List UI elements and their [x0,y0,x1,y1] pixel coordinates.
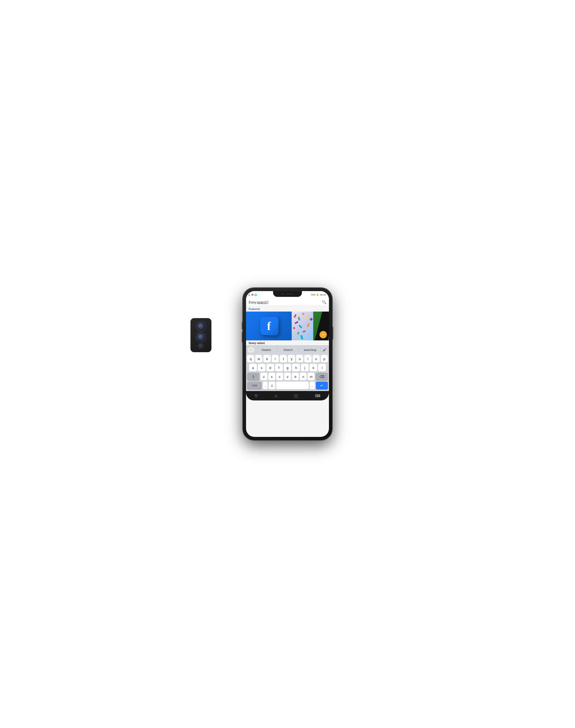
nav-home[interactable]: ⌂ [275,394,277,398]
key-z[interactable]: z [261,373,267,381]
camera-lens-secondary [196,332,206,342]
key-k[interactable]: k [309,364,317,372]
key-q[interactable]: q1 [247,355,254,363]
mic-icon[interactable]: 🎤 [322,348,327,352]
status-right: 73% 🔋 06:23 [311,293,326,296]
key-m[interactable]: m [308,373,314,381]
notch [273,291,302,297]
fab-button[interactable]: + [319,331,327,338]
key-b[interactable]: b [292,373,299,381]
key-shift[interactable]: ⇧ [247,373,260,381]
key-x[interactable]: x [268,373,275,381]
nav-back[interactable]: ▽ [255,394,258,398]
camera-lens-third [198,343,204,349]
featured-label: Featured [246,306,329,312]
key-l[interactable]: l [318,364,326,372]
key-p[interactable]: p0 [321,355,328,363]
key-row-4: ?123 , ☺ . ↵ [247,382,328,389]
volume-up-button[interactable] [242,322,243,330]
globe-icon: 🌐 [255,294,257,296]
suggestion-3[interactable]: searching [299,348,321,352]
confetti-section [292,312,313,340]
back-camera [191,318,211,352]
suggestion-2[interactable]: Search [277,348,299,352]
key-period[interactable]: . [310,382,315,389]
key-n[interactable]: n [300,373,307,381]
image-icon: 🖼 [251,294,253,296]
search-bar[interactable]: Easy search 🔍 [246,299,329,306]
key-o[interactable]: o9 [313,355,320,363]
key-row-2: a s d f g h j k l [247,364,328,372]
key-space[interactable] [276,382,309,389]
key-backspace[interactable]: ⌫ [315,373,328,381]
key-c[interactable]: c [276,373,283,381]
clock: 06:23 [320,293,326,296]
key-enter[interactable]: ↵ [316,382,328,389]
keyboard-suggestions: › Swatch Search searching 🎤 [246,345,329,354]
key-e[interactable]: e3 [263,355,270,363]
key-comma[interactable]: , [263,382,268,389]
search-text-underline: search [257,300,267,304]
suggestions-expand[interactable]: › [248,347,255,353]
newly-added-label: Newly added [246,340,329,345]
key-g[interactable]: g [284,364,292,372]
key-t[interactable]: t5 [280,355,287,363]
featured-banner: f [246,312,329,340]
key-u[interactable]: u7 [296,355,303,363]
key-s[interactable]: s [258,364,266,372]
key-r[interactable]: r4 [272,355,279,363]
facebook-icon: f [260,316,278,336]
status-left: ▲ 🖼 🌐 [248,294,257,296]
key-emoji[interactable]: ☺ [269,382,275,389]
key-y[interactable]: y6 [288,355,295,363]
nav-keyboard[interactable]: ⌨ [315,394,320,398]
search-cursor [268,300,268,304]
nav-recent[interactable]: ▢ [294,394,298,398]
phone-wrapper: ▲ 🖼 🌐 73% 🔋 06:23 Easy search 🔍 Featured [225,284,350,444]
key-d[interactable]: d [267,364,274,372]
key-w[interactable]: w2 [255,355,262,363]
key-j[interactable]: j [301,364,308,372]
key-a[interactable]: a [249,364,257,372]
speaker [286,293,294,294]
power-button[interactable] [332,327,333,339]
key-i[interactable]: i8 [304,355,311,363]
suggestion-1[interactable]: Swatch [256,348,277,352]
camera-lens-main [196,321,206,331]
keyboard: q1 w2 e3 r4 t5 y6 u7 i8 o9 p0 a s d f [246,354,329,391]
front-camera [281,293,283,295]
facebook-section: f [246,312,292,340]
battery-icon: 🔋 [316,293,319,296]
signal-icon: ▲ [248,294,250,296]
key-v[interactable]: v [284,373,291,381]
search-text-plain: Easy [249,300,256,304]
key-row-1: q1 w2 e3 r4 t5 y6 u7 i8 o9 p0 [247,355,328,363]
key-symbols[interactable]: ?123 [247,382,262,389]
phone-body: ▲ 🖼 🌐 73% 🔋 06:23 Easy search 🔍 Featured [243,288,332,440]
search-icon[interactable]: 🔍 [322,300,326,304]
volume-down-button[interactable] [242,332,243,343]
nav-bar: ▽ ⌂ ▢ ⌨ [246,391,329,401]
key-f[interactable]: f [275,364,283,372]
key-row-3: ⇧ z x c v b n m ⌫ [247,373,328,381]
key-h[interactable]: h [292,364,300,372]
screen: ▲ 🖼 🌐 73% 🔋 06:23 Easy search 🔍 Featured [246,291,329,437]
battery-percent: 73% [311,293,315,296]
search-input[interactable]: Easy search [249,300,320,304]
